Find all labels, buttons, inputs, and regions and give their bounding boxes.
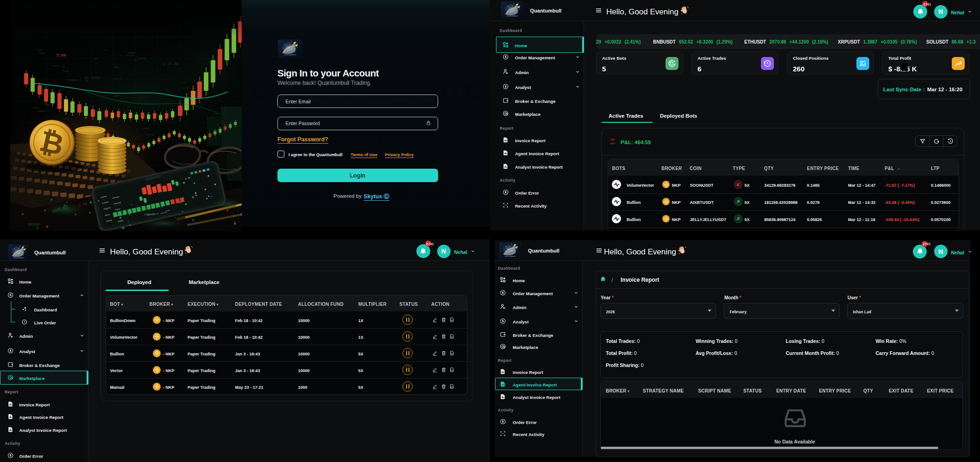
svg-text:3:36: 3:36	[56, 53, 66, 58]
svg-text:3 25.06: 3 25.06	[163, 62, 179, 66]
svg-text:00688: 00688	[28, 222, 40, 227]
svg-text:34.5109: 34.5109	[84, 76, 100, 80]
